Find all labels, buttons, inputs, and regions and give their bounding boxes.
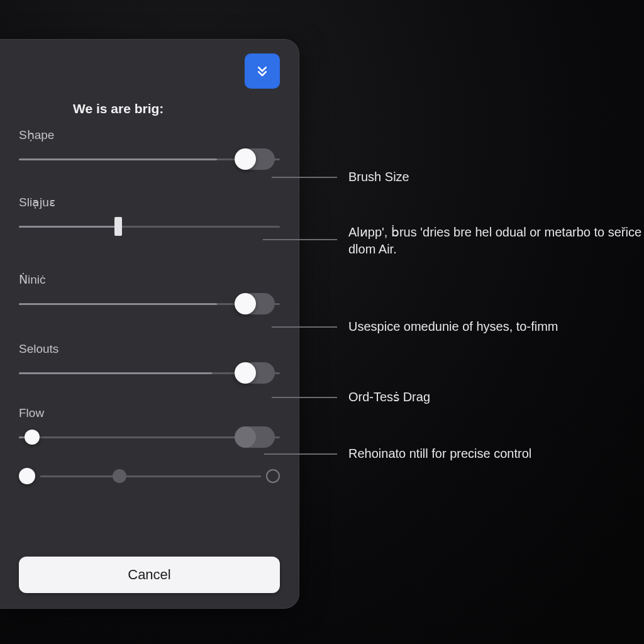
panel-header [19, 53, 280, 89]
ninic-toggle[interactable] [238, 293, 275, 314]
flow-options-row[interactable] [19, 465, 280, 487]
shape-slider[interactable] [19, 148, 280, 170]
callout-precise-control-text: Rehoinato ntill for precise control [348, 445, 531, 462]
ninic-slider[interactable] [19, 293, 280, 314]
sliajut-thumb[interactable] [114, 217, 122, 236]
flow-thumb[interactable] [25, 430, 40, 445]
selouts-toggle[interactable] [238, 362, 275, 384]
flow-dot-start-icon[interactable] [19, 468, 35, 484]
sliajut-slider[interactable] [19, 216, 280, 237]
callout-brush-size: Brush Size [272, 169, 409, 186]
sliajut-label: Sliạjuɛ [19, 195, 280, 209]
shape-label: Sḥape [19, 128, 280, 142]
flow-dot-end-icon[interactable] [266, 469, 280, 483]
selouts-slider[interactable] [19, 362, 280, 384]
settings-panel: We is are brig: Sḥape Sliạjuɛ Ṅiniċ Selo… [0, 39, 299, 609]
control-shape: Sḥape [19, 128, 280, 170]
callout-ord-tess: Ord-Tesṡ Drag [272, 389, 430, 406]
panel-title: We is are brig: [73, 101, 280, 116]
flow-pill[interactable] [238, 426, 275, 448]
control-flow: Flow [19, 406, 280, 487]
callout-usespice-text: Usespice omedunie of hyses, to-fimm [348, 318, 558, 335]
shape-toggle[interactable] [238, 148, 275, 170]
callout-usespice: Usespice omedunie of hyses, to-fimm [272, 318, 558, 335]
cancel-button-label: Cancel [128, 567, 170, 583]
download-double-chevron-icon [253, 62, 271, 80]
control-selouts: Selouts [19, 342, 280, 384]
callout-description: Alᴎpp', ḃrus 'dries bre hel odual or met… [263, 231, 644, 258]
callout-precise-control: Rehoinato ntill for precise control [264, 445, 531, 462]
callout-brush-size-text: Brush Size [348, 169, 409, 186]
selouts-label: Selouts [19, 342, 280, 356]
flow-dot-mid-icon[interactable] [113, 469, 126, 483]
callout-ord-tess-text: Ord-Tesṡ Drag [348, 389, 430, 406]
flow-extra-track[interactable] [40, 475, 261, 477]
control-sliajut: Sliạjuɛ [19, 195, 280, 237]
flow-label: Flow [19, 406, 280, 420]
callout-description-text: Alᴎpp', ḃrus 'dries bre hel odual or met… [348, 224, 644, 258]
ninic-label: Ṅiniċ [19, 272, 280, 287]
download-button[interactable] [245, 53, 280, 89]
flow-slider[interactable] [19, 426, 280, 448]
cancel-button[interactable]: Cancel [19, 557, 280, 593]
control-ninic: Ṅiniċ [19, 272, 280, 314]
